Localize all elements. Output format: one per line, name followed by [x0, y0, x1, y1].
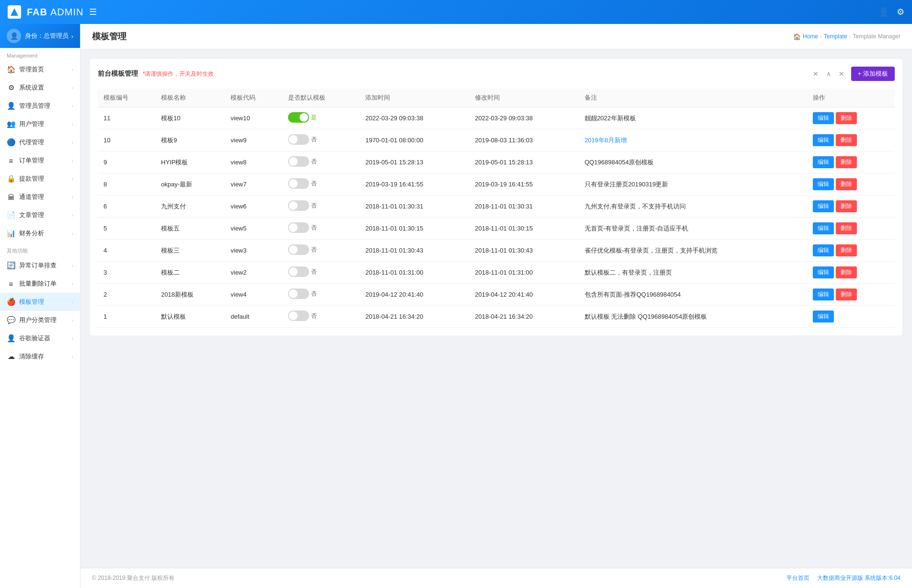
edit-button[interactable]: 编辑: [813, 156, 834, 168]
footer-home-link[interactable]: 平台首页: [786, 574, 809, 582]
toggle-switch[interactable]: [288, 156, 309, 167]
cell-mod-time: 2018-04-21 16:34:20: [469, 306, 579, 328]
toggle-switch-container[interactable]: 否: [288, 134, 317, 145]
sidebar-item-finance-analysis[interactable]: 📊财务分析 ›: [0, 224, 80, 242]
sidebar-item-google-auth[interactable]: 👤谷歌验证器 ›: [0, 329, 80, 347]
cell-id: 1: [98, 306, 155, 328]
sidebar-item-withdrawal-manage[interactable]: 🔒提款管理 ›: [0, 170, 80, 188]
col-code: 模板代码: [225, 89, 282, 107]
toggle-switch[interactable]: [288, 266, 309, 277]
table-row: 5模板五view5否2018-11-01 01:30:152018-11-01 …: [98, 218, 895, 240]
delete-button[interactable]: 删除: [836, 288, 857, 300]
edit-button[interactable]: 编辑: [813, 134, 834, 146]
toggle-switch[interactable]: [288, 288, 309, 299]
toggle-switch[interactable]: [288, 222, 309, 233]
sidebar-item-settings[interactable]: ⚙系统设置 ›: [0, 79, 80, 97]
delete-button[interactable]: 删除: [836, 112, 857, 124]
delete-button[interactable]: 删除: [836, 178, 857, 190]
toggle-switch[interactable]: [288, 134, 309, 145]
toggle-switch[interactable]: [288, 112, 309, 123]
cell-add-time: 2018-11-01 01:30:15: [359, 218, 469, 240]
edit-button[interactable]: 编辑: [813, 200, 834, 212]
google-auth-arrow: ›: [71, 335, 73, 341]
sidebar-item-agent-manage[interactable]: 🔵代理管理 ›: [0, 133, 80, 151]
page-title: 模板管理: [92, 31, 127, 42]
toggle-switch-container[interactable]: 否: [288, 288, 317, 299]
cell-name: 模板五: [155, 218, 225, 240]
sidebar-item-dashboard[interactable]: 🏠管理首页 ›: [0, 60, 80, 79]
toggle-switch-container[interactable]: 否: [288, 156, 317, 167]
admin-manage-label: 管理员管理: [19, 102, 50, 110]
toggle-switch-container[interactable]: 否: [288, 222, 317, 233]
header-right: 👤 ⚙: [878, 7, 904, 17]
toggle-knob: [289, 135, 298, 144]
breadcrumb-home[interactable]: Home: [803, 33, 818, 40]
edit-button[interactable]: 编辑: [813, 112, 834, 124]
delete-button[interactable]: 删除: [836, 222, 857, 234]
sidebar-item-user-category-manage[interactable]: 💬用户分类管理 ›: [0, 311, 80, 329]
add-template-button[interactable]: + 添加模板: [851, 67, 895, 81]
cell-code: default: [225, 306, 282, 328]
toggle-switch-container[interactable]: 否: [288, 178, 317, 189]
toggle-switch[interactable]: [288, 200, 309, 211]
cell-mod-time: 2019-05-01 15:28:13: [469, 151, 579, 173]
cell-remark: 九州支付,有登录页，不支持手机访问: [579, 196, 807, 218]
col-action: 操作: [807, 89, 895, 107]
edit-button[interactable]: 编辑: [813, 266, 834, 278]
toggle-knob: [289, 245, 298, 254]
delete-button[interactable]: 删除: [836, 156, 857, 168]
sidebar-item-batch-delete-orders[interactable]: ≡批量删除订单 ›: [0, 275, 80, 293]
delete-button[interactable]: 删除: [836, 266, 857, 278]
toggle-switch[interactable]: [288, 178, 309, 189]
sidebar-item-user-manage[interactable]: 👥用户管理 ›: [0, 115, 80, 133]
hamburger-button[interactable]: ☰: [89, 7, 97, 17]
delete-button[interactable]: 删除: [836, 200, 857, 212]
table-header: 模板编号 模板名称 模板代码 是否默认模板 添加时间 修改时间 备注 操作: [98, 89, 895, 107]
toggle-switch-container[interactable]: 否: [288, 244, 317, 255]
sidebar-item-order-manage[interactable]: ≡订单管理 ›: [0, 151, 80, 170]
cell-mod-time: 2019-03-19 16:41:55: [469, 173, 579, 196]
col-default: 是否默认模板: [282, 89, 359, 107]
cell-name: 九州支付: [155, 196, 225, 218]
sidebar-item-article-manage[interactable]: 📄文章管理 ›: [0, 206, 80, 224]
sidebar-role: 👤 身份：总管理员 ›: [0, 24, 80, 48]
edit-button[interactable]: 编辑: [813, 244, 834, 256]
delete-button[interactable]: 删除: [836, 244, 857, 256]
toggle-switch-container[interactable]: 否: [288, 266, 317, 277]
cell-add-time: 2018-11-01 01:31:00: [359, 262, 469, 284]
sidebar-item-template-manage[interactable]: 🍎模板管理 ›: [0, 293, 80, 311]
cell-mod-time: 2018-11-01 01:30:15: [469, 218, 579, 240]
users-icon: 👥: [7, 120, 15, 128]
card-close-button[interactable]: ✕: [836, 69, 847, 79]
toggle-knob: [300, 113, 308, 122]
card-minimize-button[interactable]: ✕: [810, 69, 821, 79]
toggle-switch-container[interactable]: 否: [288, 311, 317, 321]
sidebar-item-admin-manage[interactable]: 👤管理员管理 ›: [0, 97, 80, 115]
user-icon[interactable]: 👤: [878, 7, 889, 17]
footer-platform-link[interactable]: 大数据商业开源版 系统版本:6.04: [817, 574, 900, 582]
breadcrumb-template[interactable]: Template: [824, 33, 847, 40]
toggle-switch[interactable]: [288, 311, 309, 321]
batch-delete-orders-label: 批量删除订单: [19, 279, 57, 288]
gear-icon[interactable]: ⚙: [897, 7, 904, 17]
edit-button[interactable]: 编辑: [813, 222, 834, 234]
settings-arrow: ›: [71, 85, 73, 91]
card-restore-button[interactable]: ∧: [823, 69, 834, 79]
edit-button[interactable]: 编辑: [813, 178, 834, 190]
delete-button[interactable]: 删除: [836, 134, 857, 146]
sidebar-item-abnormal-orders[interactable]: 🔄异常订单排查 ›: [0, 256, 80, 275]
toggle-switch[interactable]: [288, 244, 309, 255]
toggle-switch-container[interactable]: 是: [288, 112, 317, 123]
cell-action: 编辑删除: [807, 196, 895, 218]
cell-name: 默认模板: [155, 306, 225, 328]
cell-add-time: 2019-04-12 20:41:40: [359, 284, 469, 306]
edit-button[interactable]: 编辑: [813, 288, 834, 300]
toggle-switch-container[interactable]: 否: [288, 200, 317, 211]
sidebar-item-clear-cache[interactable]: ☁清除缓存 ›: [0, 347, 80, 366]
sidebar-item-channel-manage[interactable]: 🏛通道管理 ›: [0, 188, 80, 206]
toggle-label: 否: [311, 246, 317, 254]
edit-button[interactable]: 编辑: [813, 311, 834, 323]
main: 模板管理 🏠 Home › Template › Template Manage…: [81, 24, 912, 588]
table-row: 11模板10view10是2022-03-29 09:03:382022-03-…: [98, 107, 895, 129]
cell-remark: 默认模板二，有登录页，注册页: [579, 262, 807, 284]
